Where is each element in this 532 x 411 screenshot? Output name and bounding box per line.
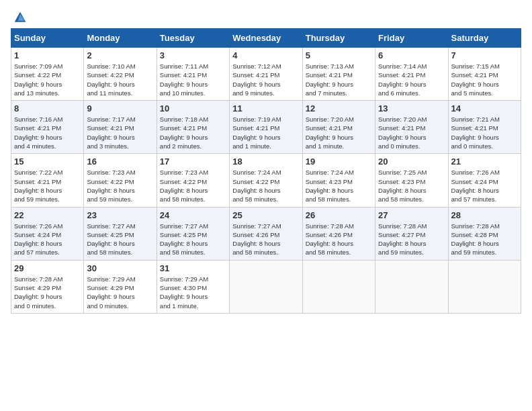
calendar-day-cell: 22Sunrise: 7:26 AM Sunset: 4:24 PM Dayli… [11, 207, 84, 260]
day-info: Sunrise: 7:23 AM Sunset: 4:22 PM Dayligh… [160, 168, 226, 203]
day-info: Sunrise: 7:27 AM Sunset: 4:25 PM Dayligh… [87, 222, 153, 257]
calendar-day-cell: 8Sunrise: 7:16 AM Sunset: 4:21 PM Daylig… [11, 101, 84, 154]
day-number: 19 [306, 156, 372, 167]
calendar-header-row: SundayMondayTuesdayWednesdayThursdayFrid… [11, 29, 521, 48]
day-info: Sunrise: 7:25 AM Sunset: 4:23 PM Dayligh… [378, 168, 445, 203]
day-number: 9 [87, 103, 153, 113]
day-of-week-header: Monday [84, 29, 157, 48]
calendar-day-cell: 5Sunrise: 7:13 AM Sunset: 4:21 PM Daylig… [302, 48, 375, 101]
day-info: Sunrise: 7:21 AM Sunset: 4:21 PM Dayligh… [451, 115, 518, 150]
day-number: 8 [14, 103, 81, 113]
day-info: Sunrise: 7:27 AM Sunset: 4:25 PM Dayligh… [160, 222, 226, 257]
calendar-day-cell: 29Sunrise: 7:28 AM Sunset: 4:29 PM Dayli… [11, 260, 84, 313]
calendar-day-cell: 16Sunrise: 7:23 AM Sunset: 4:22 PM Dayli… [84, 154, 157, 207]
day-info: Sunrise: 7:26 AM Sunset: 4:24 PM Dayligh… [14, 222, 81, 257]
day-number: 14 [451, 103, 518, 113]
day-info: Sunrise: 7:26 AM Sunset: 4:24 PM Dayligh… [451, 168, 518, 203]
day-number: 2 [87, 50, 153, 60]
calendar-day-cell: 24Sunrise: 7:27 AM Sunset: 4:25 PM Dayli… [157, 207, 229, 260]
day-info: Sunrise: 7:12 AM Sunset: 4:21 PM Dayligh… [232, 62, 299, 97]
logo-icon [13, 11, 27, 24]
calendar-empty-cell [375, 260, 448, 313]
day-info: Sunrise: 7:19 AM Sunset: 4:21 PM Dayligh… [232, 115, 299, 150]
day-info: Sunrise: 7:29 AM Sunset: 4:29 PM Dayligh… [87, 275, 153, 310]
day-number: 30 [87, 263, 153, 273]
calendar-day-cell: 15Sunrise: 7:22 AM Sunset: 4:21 PM Dayli… [11, 154, 84, 207]
calendar-day-cell: 14Sunrise: 7:21 AM Sunset: 4:21 PM Dayli… [448, 101, 521, 154]
day-info: Sunrise: 7:28 AM Sunset: 4:29 PM Dayligh… [14, 275, 81, 310]
day-of-week-header: Saturday [448, 29, 521, 48]
calendar-day-cell: 20Sunrise: 7:25 AM Sunset: 4:23 PM Dayli… [375, 154, 448, 207]
day-number: 23 [87, 210, 153, 220]
day-number: 25 [232, 210, 299, 220]
calendar-day-cell: 6Sunrise: 7:14 AM Sunset: 4:21 PM Daylig… [375, 48, 448, 101]
day-info: Sunrise: 7:17 AM Sunset: 4:21 PM Dayligh… [87, 115, 153, 150]
day-number: 17 [160, 156, 226, 167]
calendar-day-cell: 19Sunrise: 7:24 AM Sunset: 4:23 PM Dayli… [302, 154, 375, 207]
calendar-day-cell: 4Sunrise: 7:12 AM Sunset: 4:21 PM Daylig… [230, 48, 302, 101]
day-info: Sunrise: 7:27 AM Sunset: 4:26 PM Dayligh… [232, 222, 299, 257]
day-number: 16 [87, 156, 153, 167]
calendar-day-cell: 2Sunrise: 7:10 AM Sunset: 4:22 PM Daylig… [84, 48, 157, 101]
page-header [11, 11, 521, 21]
day-number: 12 [306, 103, 372, 113]
calendar-table: SundayMondayTuesdayWednesdayThursdayFrid… [11, 28, 521, 314]
day-info: Sunrise: 7:23 AM Sunset: 4:22 PM Dayligh… [87, 168, 153, 203]
day-number: 26 [306, 210, 372, 220]
day-number: 22 [14, 210, 81, 220]
calendar-empty-cell [302, 260, 375, 313]
day-of-week-header: Wednesday [230, 29, 302, 48]
day-info: Sunrise: 7:22 AM Sunset: 4:21 PM Dayligh… [14, 168, 81, 203]
day-number: 29 [14, 263, 81, 273]
day-number: 21 [451, 156, 518, 167]
calendar-empty-cell [448, 260, 521, 313]
calendar-day-cell: 12Sunrise: 7:20 AM Sunset: 4:21 PM Dayli… [302, 101, 375, 154]
day-number: 15 [14, 156, 81, 167]
day-info: Sunrise: 7:09 AM Sunset: 4:22 PM Dayligh… [14, 62, 81, 97]
calendar-week-row: 29Sunrise: 7:28 AM Sunset: 4:29 PM Dayli… [11, 260, 521, 313]
day-info: Sunrise: 7:20 AM Sunset: 4:21 PM Dayligh… [378, 115, 445, 150]
calendar-day-cell: 21Sunrise: 7:26 AM Sunset: 4:24 PM Dayli… [448, 154, 521, 207]
day-number: 27 [378, 210, 445, 220]
calendar-day-cell: 9Sunrise: 7:17 AM Sunset: 4:21 PM Daylig… [84, 101, 157, 154]
day-number: 3 [160, 50, 226, 60]
calendar-day-cell: 17Sunrise: 7:23 AM Sunset: 4:22 PM Dayli… [157, 154, 229, 207]
day-info: Sunrise: 7:29 AM Sunset: 4:30 PM Dayligh… [160, 275, 226, 310]
day-info: Sunrise: 7:18 AM Sunset: 4:21 PM Dayligh… [160, 115, 226, 150]
calendar-week-row: 8Sunrise: 7:16 AM Sunset: 4:21 PM Daylig… [11, 101, 521, 154]
day-number: 5 [306, 50, 372, 60]
day-number: 7 [451, 50, 518, 60]
calendar-day-cell: 31Sunrise: 7:29 AM Sunset: 4:30 PM Dayli… [157, 260, 229, 313]
day-number: 11 [232, 103, 299, 113]
calendar-day-cell: 3Sunrise: 7:11 AM Sunset: 4:21 PM Daylig… [157, 48, 229, 101]
day-info: Sunrise: 7:16 AM Sunset: 4:21 PM Dayligh… [14, 115, 81, 150]
calendar-day-cell: 28Sunrise: 7:28 AM Sunset: 4:28 PM Dayli… [448, 207, 521, 260]
day-number: 1 [14, 50, 81, 60]
day-number: 10 [160, 103, 226, 113]
calendar-day-cell: 30Sunrise: 7:29 AM Sunset: 4:29 PM Dayli… [84, 260, 157, 313]
calendar-day-cell: 27Sunrise: 7:28 AM Sunset: 4:27 PM Dayli… [375, 207, 448, 260]
logo [11, 11, 27, 21]
day-of-week-header: Sunday [11, 29, 84, 48]
calendar-week-row: 15Sunrise: 7:22 AM Sunset: 4:21 PM Dayli… [11, 154, 521, 207]
calendar-day-cell: 10Sunrise: 7:18 AM Sunset: 4:21 PM Dayli… [157, 101, 229, 154]
calendar-day-cell: 23Sunrise: 7:27 AM Sunset: 4:25 PM Dayli… [84, 207, 157, 260]
day-info: Sunrise: 7:15 AM Sunset: 4:21 PM Dayligh… [451, 62, 518, 97]
day-of-week-header: Tuesday [157, 29, 229, 48]
calendar-day-cell: 26Sunrise: 7:28 AM Sunset: 4:26 PM Dayli… [302, 207, 375, 260]
calendar-week-row: 1Sunrise: 7:09 AM Sunset: 4:22 PM Daylig… [11, 48, 521, 101]
day-info: Sunrise: 7:28 AM Sunset: 4:26 PM Dayligh… [306, 222, 372, 257]
day-of-week-header: Friday [375, 29, 448, 48]
day-number: 13 [378, 103, 445, 113]
day-number: 28 [451, 210, 518, 220]
calendar-day-cell: 1Sunrise: 7:09 AM Sunset: 4:22 PM Daylig… [11, 48, 84, 101]
day-info: Sunrise: 7:24 AM Sunset: 4:23 PM Dayligh… [306, 168, 372, 203]
day-number: 20 [378, 156, 445, 167]
day-number: 24 [160, 210, 226, 220]
day-info: Sunrise: 7:14 AM Sunset: 4:21 PM Dayligh… [378, 62, 445, 97]
day-info: Sunrise: 7:13 AM Sunset: 4:21 PM Dayligh… [306, 62, 372, 97]
calendar-week-row: 22Sunrise: 7:26 AM Sunset: 4:24 PM Dayli… [11, 207, 521, 260]
day-number: 4 [232, 50, 299, 60]
calendar-day-cell: 7Sunrise: 7:15 AM Sunset: 4:21 PM Daylig… [448, 48, 521, 101]
day-info: Sunrise: 7:20 AM Sunset: 4:21 PM Dayligh… [306, 115, 372, 150]
